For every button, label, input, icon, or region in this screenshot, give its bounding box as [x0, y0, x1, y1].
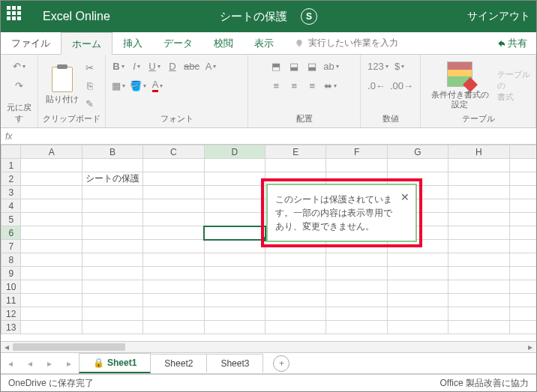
- cell-C13[interactable]: [143, 321, 204, 334]
- row-header-8[interactable]: 8: [2, 253, 21, 267]
- cell-C2[interactable]: [143, 172, 204, 186]
- cell-I8[interactable]: [509, 253, 536, 267]
- redo-button[interactable]: ↷: [11, 77, 28, 94]
- align-right-button[interactable]: ≡: [304, 77, 320, 94]
- cell-A8[interactable]: [21, 253, 82, 267]
- cut-button[interactable]: ✂: [82, 59, 98, 76]
- row-header-11[interactable]: 11: [2, 294, 21, 307]
- col-header-H[interactable]: H: [448, 145, 509, 159]
- cell-F13[interactable]: [326, 321, 387, 334]
- cell-E11[interactable]: [266, 294, 326, 307]
- formula-bar[interactable]: fx: [1, 128, 536, 145]
- col-header-G[interactable]: G: [387, 145, 448, 159]
- close-icon[interactable]: ✕: [400, 190, 410, 205]
- horizontal-scrollbar[interactable]: ◂ ▸: [1, 341, 536, 353]
- number-format-button[interactable]: 123: [366, 58, 390, 74]
- row-header-1[interactable]: 1: [2, 159, 21, 172]
- cell-D7[interactable]: [204, 240, 265, 253]
- cell-G11[interactable]: [387, 294, 448, 307]
- cell-B1[interactable]: [82, 159, 142, 172]
- cell-I3[interactable]: [509, 186, 536, 199]
- col-header-C[interactable]: C: [143, 145, 204, 159]
- cell-I11[interactable]: [509, 294, 536, 307]
- share-button[interactable]: 共有: [485, 32, 536, 54]
- tab-home[interactable]: ホーム: [61, 32, 112, 55]
- cell-A6[interactable]: [21, 226, 82, 240]
- undo-button[interactable]: ↶: [11, 58, 28, 74]
- tab-view[interactable]: 表示: [244, 32, 284, 54]
- select-all-corner[interactable]: [2, 145, 21, 159]
- cell-F9[interactable]: [326, 267, 387, 280]
- cell-D10[interactable]: [204, 280, 265, 294]
- col-header-E[interactable]: E: [266, 145, 326, 159]
- cell-I7[interactable]: [509, 240, 536, 253]
- cell-H1[interactable]: [448, 159, 509, 172]
- row-header-10[interactable]: 10: [2, 280, 21, 294]
- cell-G9[interactable]: [387, 267, 448, 280]
- scroll-right-arrow[interactable]: ▸: [524, 342, 536, 352]
- cell-F11[interactable]: [326, 294, 387, 307]
- cell-I6[interactable]: [509, 226, 536, 240]
- format-painter-button[interactable]: ✎: [82, 95, 98, 112]
- cell-H3[interactable]: [448, 186, 509, 199]
- cell-G10[interactable]: [387, 280, 448, 294]
- cell-G8[interactable]: [387, 253, 448, 267]
- double-underline-button[interactable]: D: [164, 58, 181, 74]
- add-sheet-button[interactable]: +: [273, 355, 290, 372]
- cell-C5[interactable]: [143, 213, 204, 226]
- cell-H9[interactable]: [448, 267, 509, 280]
- cell-A13[interactable]: [21, 321, 82, 334]
- fill-color-button[interactable]: 🪣: [128, 77, 148, 94]
- app-launcher-icon[interactable]: [7, 6, 28, 27]
- cell-I12[interactable]: [509, 307, 536, 321]
- cell-A1[interactable]: [21, 159, 82, 172]
- sheet-tab-1[interactable]: 🔒Sheet1: [79, 353, 151, 373]
- align-bottom-button[interactable]: ⬓: [304, 58, 320, 74]
- align-top-button[interactable]: ⬒: [268, 58, 284, 74]
- cell-E13[interactable]: [266, 321, 326, 334]
- cell-C10[interactable]: [143, 280, 204, 294]
- col-header-I[interactable]: I: [509, 145, 536, 159]
- align-center-button[interactable]: ≡: [286, 77, 302, 94]
- row-header-13[interactable]: 13: [2, 321, 21, 334]
- cell-C8[interactable]: [143, 253, 204, 267]
- wrap-text-button[interactable]: ab: [322, 58, 340, 74]
- col-header-A[interactable]: A: [21, 145, 82, 159]
- cell-B7[interactable]: [82, 240, 142, 253]
- cell-I13[interactable]: [509, 321, 536, 334]
- cell-A3[interactable]: [21, 186, 82, 199]
- cell-A10[interactable]: [21, 280, 82, 294]
- cell-B11[interactable]: [82, 294, 142, 307]
- scroll-thumb[interactable]: [13, 343, 125, 351]
- cell-E8[interactable]: [266, 253, 326, 267]
- cell-B6[interactable]: [82, 226, 142, 240]
- currency-button[interactable]: $: [392, 58, 408, 74]
- cell-E9[interactable]: [266, 267, 326, 280]
- cell-D13[interactable]: [204, 321, 265, 334]
- row-header-4[interactable]: 4: [2, 199, 21, 213]
- col-header-F[interactable]: F: [326, 145, 387, 159]
- cell-F1[interactable]: [326, 159, 387, 172]
- font-size-button[interactable]: A: [202, 58, 219, 74]
- strikethrough-button[interactable]: abc: [182, 58, 201, 74]
- cell-B13[interactable]: [82, 321, 142, 334]
- cell-A4[interactable]: [21, 199, 82, 213]
- cell-I2[interactable]: [509, 172, 536, 186]
- align-left-button[interactable]: ≡: [268, 77, 284, 94]
- cell-I5[interactable]: [509, 213, 536, 226]
- cell-B10[interactable]: [82, 280, 142, 294]
- cell-C3[interactable]: [143, 186, 204, 199]
- cell-B9[interactable]: [82, 267, 142, 280]
- cell-B12[interactable]: [82, 307, 142, 321]
- sheet-nav-prev[interactable]: ◂: [20, 358, 40, 369]
- col-header-D[interactable]: D: [204, 145, 265, 159]
- increase-decimal-button[interactable]: .0←: [366, 77, 387, 94]
- tell-me-search[interactable]: 実行したい作業を入力: [295, 32, 398, 54]
- cell-A5[interactable]: [21, 213, 82, 226]
- cell-A12[interactable]: [21, 307, 82, 321]
- cell-D3[interactable]: [204, 186, 265, 199]
- cell-D5[interactable]: [204, 213, 265, 226]
- cell-E10[interactable]: [266, 280, 326, 294]
- merge-button[interactable]: ⬌: [322, 77, 338, 94]
- cell-H7[interactable]: [448, 240, 509, 253]
